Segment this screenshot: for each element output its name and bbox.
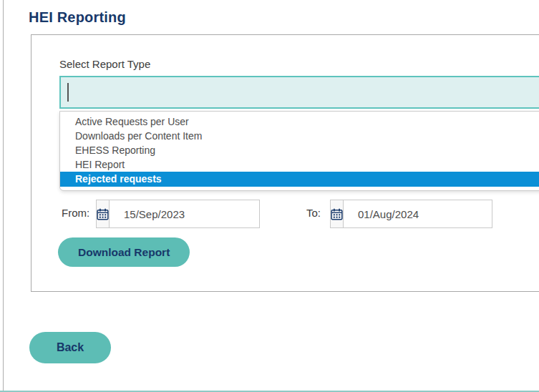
to-date-input[interactable] bbox=[344, 200, 500, 227]
dropdown-option-rejected-requests[interactable]: Rejected requests bbox=[60, 172, 539, 187]
to-label: To: bbox=[306, 207, 321, 219]
from-label: From: bbox=[62, 207, 89, 219]
report-type-select[interactable] bbox=[59, 76, 539, 109]
download-report-button[interactable]: Download Report bbox=[58, 237, 190, 267]
page-title: HEI Reporting bbox=[29, 9, 126, 26]
text-cursor bbox=[67, 83, 69, 102]
select-report-type-label: Select Report Type bbox=[59, 58, 150, 70]
from-date-input[interactable] bbox=[110, 200, 266, 227]
to-calendar-button[interactable] bbox=[331, 200, 344, 227]
dropdown-option-hei-report[interactable]: HEI Report bbox=[60, 157, 539, 172]
dropdown-option-active-requests[interactable]: Active Requests per User bbox=[60, 114, 539, 129]
dropdown-option-ehess-reporting[interactable]: EHESS Reporting bbox=[60, 143, 539, 157]
page-left-edge-line bbox=[3, 0, 4, 392]
report-panel: Select Report Type Active Requests per U… bbox=[31, 34, 539, 292]
calendar-icon bbox=[97, 208, 109, 220]
to-date-group bbox=[330, 200, 492, 228]
from-date-group bbox=[96, 200, 260, 228]
back-button[interactable]: Back bbox=[29, 332, 111, 363]
from-calendar-button[interactable] bbox=[97, 200, 110, 227]
report-type-dropdown: Active Requests per User Downloads per C… bbox=[59, 111, 539, 191]
calendar-icon bbox=[331, 208, 343, 220]
date-range-row: From: bbox=[31, 200, 539, 228]
dropdown-option-downloads-per-item[interactable]: Downloads per Content Item bbox=[60, 129, 539, 143]
